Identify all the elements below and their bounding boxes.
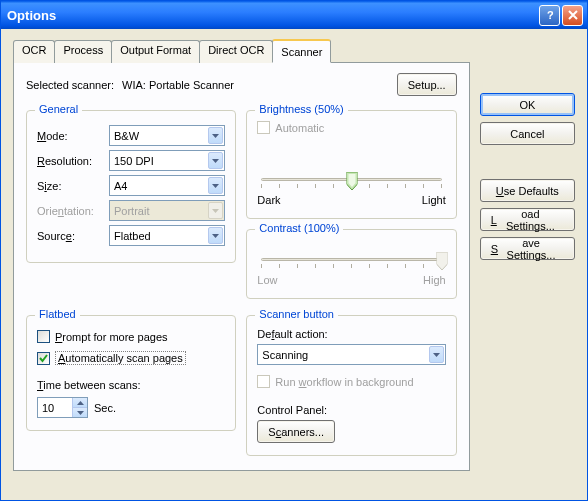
time-input[interactable] (38, 398, 72, 417)
checkbox-icon (257, 121, 270, 134)
brightness-light: Light (422, 194, 446, 206)
default-action-select[interactable]: Scanning (257, 344, 445, 365)
brightness-dark: Dark (257, 194, 280, 206)
mode-select[interactable]: B&W (109, 125, 225, 146)
run-workflow-checkbox: Run workflow in background (257, 375, 413, 388)
use-defaults-button[interactable]: Use Defaults (480, 179, 575, 202)
scanner-button-title: Scanner button (255, 308, 338, 320)
control-panel-label: Control Panel: (257, 404, 445, 416)
selected-scanner-value: WIA: Portable Scanner (122, 79, 397, 91)
source-label: Source: (37, 230, 109, 242)
contrast-title: Contrast (100%) (255, 222, 343, 234)
chevron-down-icon (208, 152, 223, 169)
brightness-title: Brightness (50%) (255, 103, 347, 115)
save-settings-button[interactable]: Save Settings... (480, 237, 575, 260)
chevron-down-icon (208, 177, 223, 194)
prompt-pages-checkbox[interactable]: Prompt for more pages (37, 330, 168, 343)
selected-scanner-label: Selected scanner: (26, 79, 114, 91)
tabpanel-scanner: Selected scanner: WIA: Portable Scanner … (13, 62, 470, 471)
chevron-down-icon (208, 127, 223, 144)
time-between-label: Time between scans: (37, 379, 225, 391)
options-dialog: Options ? OCR Process Output Format Dire… (0, 0, 588, 501)
time-spinner[interactable] (37, 397, 88, 418)
scanner-button-group: Scanner button Default action: Scanning … (246, 315, 456, 456)
svg-text:?: ? (547, 9, 554, 21)
checkbox-icon (37, 330, 50, 343)
tab-output-format[interactable]: Output Format (111, 40, 200, 63)
contrast-group: Contrast (100%) LowHigh (246, 229, 456, 299)
tab-direct-ocr[interactable]: Direct OCR (199, 40, 273, 63)
contrast-slider (261, 250, 441, 272)
general-title: General (35, 103, 82, 115)
size-select[interactable]: A4 (109, 175, 225, 196)
chevron-down-icon (429, 346, 444, 363)
size-label: Size: (37, 180, 109, 192)
window-title: Options (7, 8, 539, 23)
sec-label: Sec. (94, 402, 116, 414)
help-icon[interactable]: ? (539, 5, 560, 26)
contrast-high: High (423, 274, 446, 286)
tab-ocr[interactable]: OCR (13, 40, 55, 63)
auto-scan-checkbox[interactable]: Automatically scan pages (37, 351, 186, 365)
resolution-select[interactable]: 150 DPI (109, 150, 225, 171)
chevron-down-icon (208, 202, 223, 219)
contrast-low: Low (257, 274, 277, 286)
checkbox-icon (37, 352, 50, 365)
brightness-auto-checkbox: Automatic (257, 121, 324, 134)
tabstrip: OCR Process Output Format Direct OCR Sca… (13, 39, 470, 62)
brightness-slider[interactable] (261, 170, 441, 192)
orientation-label: Orientation: (37, 205, 109, 217)
brightness-group: Brightness (50%) Automatic (246, 110, 456, 219)
chevron-down-icon (208, 227, 223, 244)
flatbed-title: Flatbed (35, 308, 80, 320)
load-settings-button[interactable]: Load Settings... (480, 208, 575, 231)
orientation-select: Portrait (109, 200, 225, 221)
general-group: General Mode: B&W Resolution: 150 DPI (26, 110, 236, 263)
mode-label: Mode: (37, 130, 109, 142)
ok-button[interactable]: OK (480, 93, 575, 116)
source-select[interactable]: Flatbed (109, 225, 225, 246)
cancel-button[interactable]: Cancel (480, 122, 575, 145)
scanners-button[interactable]: Scanners... (257, 420, 335, 443)
titlebar: Options ? (1, 1, 587, 29)
slider-thumb-icon[interactable] (346, 172, 357, 190)
close-icon[interactable] (562, 5, 583, 26)
resolution-label: Resolution: (37, 155, 109, 167)
default-action-label: Default action: (257, 328, 445, 340)
tab-process[interactable]: Process (54, 40, 112, 63)
tab-scanner[interactable]: Scanner (272, 39, 331, 63)
flatbed-group: Flatbed Prompt for more pages Automatica… (26, 315, 236, 431)
spin-up-icon[interactable] (72, 398, 87, 408)
slider-thumb-icon (436, 252, 447, 270)
spin-down-icon[interactable] (72, 408, 87, 417)
checkbox-icon (257, 375, 270, 388)
setup-button[interactable]: Setup... (397, 73, 457, 96)
